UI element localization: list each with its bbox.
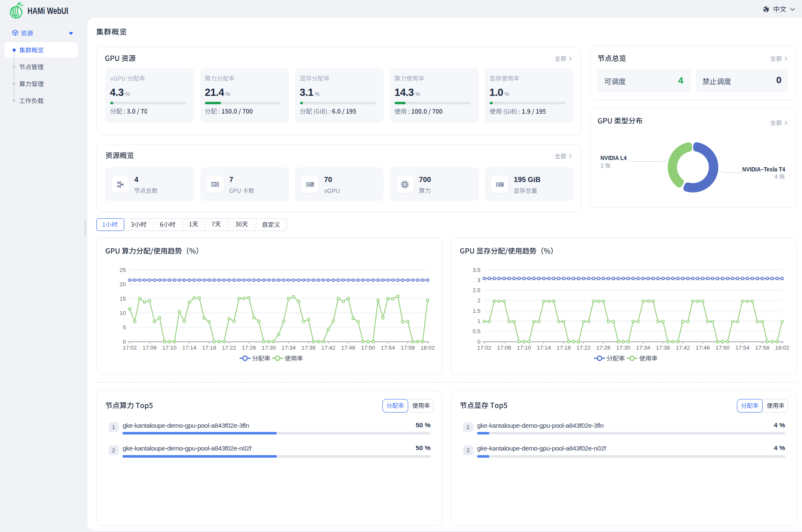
svg-text:17:50: 17:50	[715, 345, 730, 351]
svg-text:2.5: 2.5	[472, 287, 480, 293]
svg-text:17:18: 17:18	[202, 345, 216, 351]
svg-text:17:58: 17:58	[401, 345, 415, 351]
svg-text:17:42: 17:42	[321, 345, 336, 351]
svg-text:17:26: 17:26	[242, 345, 256, 351]
svg-text:5: 5	[123, 324, 126, 331]
svg-text:10: 10	[120, 310, 126, 316]
svg-text:17:46: 17:46	[341, 345, 355, 351]
svg-text:25: 25	[120, 267, 126, 273]
svg-text:17:38: 17:38	[656, 345, 670, 351]
svg-text:3.5: 3.5	[472, 267, 480, 273]
svg-text:17:10: 17:10	[162, 345, 177, 351]
svg-text:20: 20	[120, 281, 126, 288]
svg-text:17:46: 17:46	[696, 345, 710, 351]
svg-text:18:02: 18:02	[420, 345, 435, 351]
svg-text:2: 2	[477, 297, 480, 304]
svg-text:1: 1	[477, 318, 480, 324]
svg-text:17:30: 17:30	[262, 345, 276, 351]
svg-text:17:02: 17:02	[123, 345, 137, 351]
svg-text:17:38: 17:38	[301, 345, 316, 351]
svg-text:17:18: 17:18	[556, 345, 571, 351]
svg-text:17:02: 17:02	[477, 345, 491, 351]
svg-text:3: 3	[477, 277, 480, 283]
svg-text:17:22: 17:22	[222, 345, 236, 351]
svg-text:17:54: 17:54	[735, 345, 750, 351]
svg-text:17:26: 17:26	[596, 345, 611, 351]
svg-text:17:34: 17:34	[636, 345, 650, 351]
svg-text:17:54: 17:54	[381, 345, 395, 351]
svg-text:17:50: 17:50	[361, 345, 375, 351]
svg-text:17:06: 17:06	[142, 345, 157, 351]
svg-text:18:02: 18:02	[775, 345, 789, 351]
svg-text:17:58: 17:58	[755, 345, 769, 351]
svg-text:17:14: 17:14	[537, 345, 551, 351]
svg-text:17:34: 17:34	[281, 345, 296, 351]
svg-text:1.5: 1.5	[472, 308, 480, 314]
svg-text:17:14: 17:14	[182, 345, 196, 351]
svg-text:17:10: 17:10	[517, 345, 531, 351]
svg-text:15: 15	[120, 296, 126, 302]
svg-text:17:22: 17:22	[576, 345, 591, 351]
svg-text:17:06: 17:06	[497, 345, 511, 351]
svg-text:17:30: 17:30	[616, 345, 630, 351]
svg-text:0.5: 0.5	[472, 328, 480, 334]
svg-text:0: 0	[123, 339, 126, 345]
svg-text:17:42: 17:42	[676, 345, 690, 351]
svg-text:0: 0	[477, 339, 480, 345]
